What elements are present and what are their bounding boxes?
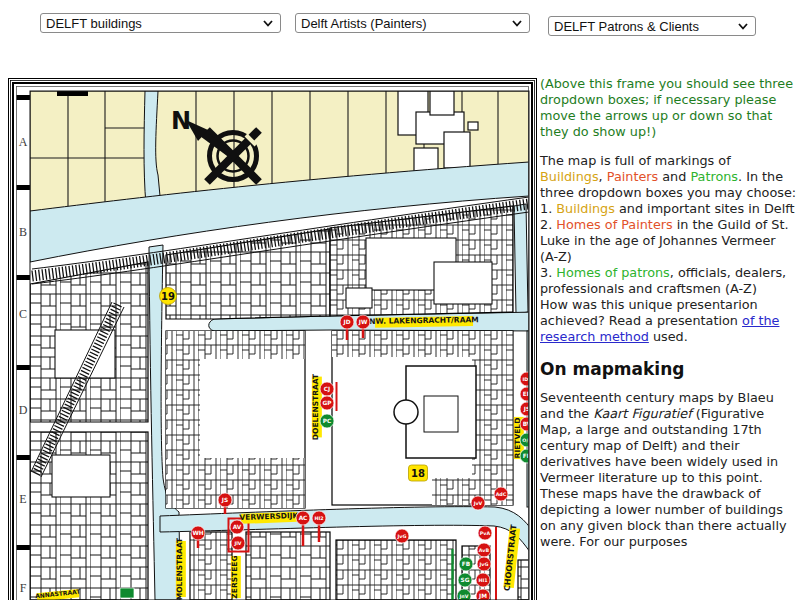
- patrons-dropdown-value: DELFT Patrons & Clients: [554, 19, 699, 34]
- svg-text:ZERSTEEG: ZERSTEEG: [230, 555, 239, 598]
- svg-text:AC: AC: [299, 515, 308, 521]
- map-marker-painter[interactable]: JlV: [231, 536, 245, 550]
- svg-text:JM: JM: [478, 593, 487, 600]
- map-row-letter: F: [20, 581, 27, 595]
- mapmaking-paragraph: Seventeenth century maps by Blaeu and th…: [540, 390, 797, 550]
- svg-text:NW. LAKENGRACHT/RAAM: NW. LAKENGRACHT/RAAM: [369, 315, 479, 326]
- patrons-word: Patrons: [690, 169, 738, 184]
- chevron-down-icon: [738, 23, 748, 30]
- svg-text:JvG: JvG: [479, 562, 489, 567]
- svg-text:HI1: HI1: [478, 578, 487, 583]
- map-marker-painter[interactable]: AC: [296, 511, 310, 525]
- map-marker-painter[interactable]: JS: [218, 493, 232, 507]
- street-label: DOELENSTRAAT: [311, 373, 322, 440]
- dropdown-note: (Above this frame you should see three d…: [540, 76, 797, 140]
- mapmaking-heading: On mapmaking: [540, 359, 797, 379]
- map-marker-building[interactable]: 19: [160, 288, 177, 305]
- svg-text:DOELENSTRAAT: DOELENSTRAAT: [311, 373, 320, 440]
- chevron-down-icon: [512, 20, 522, 27]
- svg-text:JvV: JvV: [473, 501, 483, 506]
- svg-text:JvG: JvG: [397, 534, 407, 539]
- chevron-down-icon: [263, 20, 273, 27]
- compass-north-label: N: [171, 107, 191, 135]
- map-marker-painter[interactable]: JvG: [395, 529, 409, 543]
- artists-dropdown-value: Delft Artists (Painters): [301, 16, 427, 31]
- map-marker-painter[interactable]: HI2: [312, 511, 326, 525]
- map-row-letter: D: [19, 403, 28, 417]
- markings-sentence: The map is full of markings of Buildings…: [540, 153, 797, 201]
- svg-text:CJ: CJ: [324, 386, 330, 393]
- dropdown-toolbar: DELFT buildings Delft Artists (Painters)…: [0, 0, 800, 60]
- svg-text:ID1: ID1: [522, 377, 531, 382]
- painters-word: Painters: [607, 169, 658, 184]
- svg-text:FR: FR: [523, 453, 532, 459]
- svg-text:O/C: O/C: [522, 438, 532, 443]
- map-marker-painter[interactable]: WH: [191, 526, 205, 540]
- svg-text:ER: ER: [523, 391, 532, 397]
- svg-text:JS: JS: [221, 497, 228, 504]
- map-row-letter: C: [19, 307, 27, 321]
- map-content: N NW. LAKENGRACHT/RAAMVERWERSDIJKDOELENS…: [30, 91, 537, 600]
- map-marker-patron[interactable]: JnV: [457, 589, 471, 600]
- map-marker-painter[interactable]: PvA: [478, 526, 492, 540]
- map-legend-paragraph: The map is full of markings of Buildings…: [540, 153, 797, 345]
- svg-text:WH: WH: [192, 530, 203, 536]
- svg-text:18: 18: [411, 468, 425, 479]
- map-row-letter: A: [19, 135, 28, 149]
- map-marker-building[interactable]: 18: [409, 465, 428, 481]
- patrons-dropdown[interactable]: DELFT Patrons & Clients: [548, 16, 756, 36]
- map-marker-painter[interactable]: JD: [340, 315, 354, 329]
- map-marker-painter[interactable]: AdC: [494, 487, 508, 501]
- map-marker-painter[interactable]: AvB: [477, 543, 491, 557]
- svg-text:JlV: JlV: [233, 541, 241, 546]
- map-marker-painter[interactable]: JM: [476, 589, 490, 600]
- svg-text:19: 19: [161, 291, 175, 302]
- info-panel: (Above this frame you should see three d…: [540, 76, 797, 550]
- svg-text:FB: FB: [462, 561, 471, 567]
- map-marker-painter[interactable]: HI1: [476, 573, 490, 587]
- svg-text:AV: AV: [233, 524, 242, 530]
- map-marker-patron[interactable]: [120, 588, 134, 598]
- buildings-dropdown[interactable]: DELFT buildings: [40, 13, 281, 33]
- svg-text:GP: GP: [322, 400, 332, 406]
- svg-text:AvB: AvB: [479, 548, 490, 553]
- street-label: ZERSTEEG: [230, 555, 241, 598]
- svg-text:JnV: JnV: [459, 594, 469, 599]
- map-marker-painter[interactable]: AV: [230, 520, 244, 534]
- street-label: NW. LAKENGRACHT/RAAM: [369, 315, 479, 328]
- svg-text:SG: SG: [461, 577, 470, 583]
- svg-text:JD: JD: [343, 319, 351, 326]
- svg-text:HI2: HI2: [314, 516, 323, 521]
- map-marker-patron[interactable]: SG: [458, 573, 472, 587]
- map-marker-painter[interactable]: JvV: [471, 496, 485, 510]
- map-marker-painter[interactable]: GP: [320, 396, 334, 410]
- legend-item-buildings: 1. Buildings and important sites in Delf…: [540, 201, 797, 217]
- method-sentence: How was this unique presentarion achieve…: [540, 297, 797, 345]
- delft-map[interactable]: N NW. LAKENGRACHT/RAAMVERWERSDIJKDOELENS…: [8, 78, 537, 600]
- svg-text:BV: BV: [523, 421, 532, 427]
- legend-item-painters: 2. Homes of Painters in the Guild of St.…: [540, 217, 797, 265]
- svg-text:AdC: AdC: [496, 492, 507, 497]
- map-row-letter: B: [19, 225, 27, 239]
- map-marker-patron[interactable]: FB: [459, 557, 473, 571]
- map-marker-painter[interactable]: JvG: [477, 557, 491, 571]
- map-marker-painter[interactable]: CJ: [320, 382, 334, 396]
- map-marker-patron[interactable]: PC: [320, 414, 334, 428]
- svg-text:PvA: PvA: [480, 531, 491, 536]
- artists-dropdown[interactable]: Delft Artists (Painters): [295, 13, 530, 33]
- svg-text:MOLENSTRAAT: MOLENSTRAAT: [175, 537, 184, 600]
- street-label: VERWERSDIJK: [239, 511, 299, 524]
- svg-text:JW: JW: [358, 319, 368, 326]
- kaart-figuratief-title: Kaart Figuratief: [593, 406, 691, 421]
- buildings-dropdown-value: DELFT buildings: [46, 16, 142, 31]
- svg-text:PC: PC: [323, 418, 332, 424]
- map-row-letter: E: [19, 492, 26, 506]
- map-canvas[interactable]: N NW. LAKENGRACHT/RAAMVERWERSDIJKDOELENS…: [8, 78, 537, 600]
- legend-item-patrons: 3. Homes of patrons, officials, dealers,…: [540, 265, 797, 297]
- buildings-word: Buildings: [540, 169, 599, 184]
- map-marker-painter[interactable]: JW: [356, 315, 370, 329]
- street-label: MOLENSTRAAT: [175, 537, 186, 600]
